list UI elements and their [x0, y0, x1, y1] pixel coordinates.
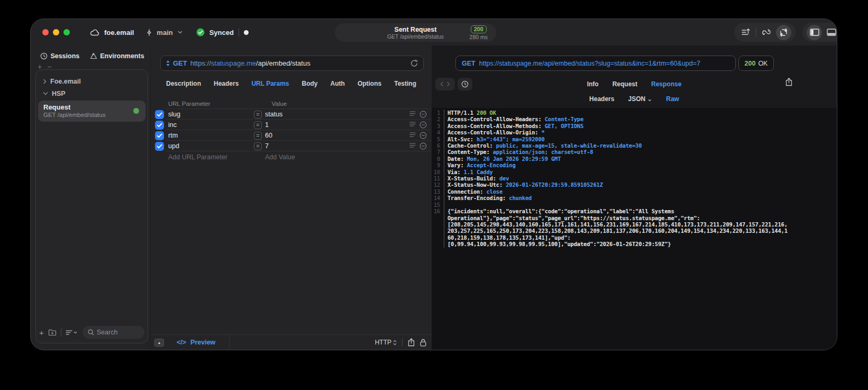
line-number: 3 [432, 123, 444, 129]
footer-divider [402, 339, 403, 346]
tab-testing[interactable]: Testing [394, 80, 416, 87]
request-url[interactable]: https://statuspage.me/api/embed/status [190, 59, 310, 67]
line-number: 8 [432, 156, 444, 162]
response-line: 2Access-Control-Allow-Headers: Content-T… [432, 116, 837, 122]
subtab-raw[interactable]: Raw [666, 95, 679, 103]
line-content: Date: Mon, 26 Jan 2026 20:29:59 GMT [444, 156, 561, 162]
reorder-handle-icon[interactable] [409, 121, 416, 129]
project-name[interactable]: foe.email [104, 29, 134, 37]
reorder-handle-icon[interactable] [409, 132, 416, 139]
response-line: 14Transfer-Encoding: chunked [432, 195, 837, 201]
remove-param-icon[interactable] [419, 121, 427, 129]
request-method[interactable]: GET [173, 59, 187, 67]
add-request-button[interactable]: + [39, 328, 44, 337]
minimize-button[interactable] [53, 29, 59, 35]
line-number: 6 [432, 142, 444, 149]
equals-operator-icon[interactable]: = [254, 132, 262, 140]
response-url-box[interactable]: GET https://statuspage.me/api/embed/stat… [455, 56, 736, 71]
remove-param-icon[interactable] [419, 111, 427, 118]
toggle-sidebar-button[interactable] [807, 25, 822, 40]
chevron-right-icon[interactable] [43, 79, 47, 84]
request-url-bar[interactable]: GET https://statuspage.me/api/embed/stat… [160, 56, 424, 71]
chevron-down-icon[interactable] [178, 31, 182, 34]
param-checkbox[interactable] [155, 121, 164, 130]
close-button[interactable] [42, 29, 49, 35]
line-number [432, 241, 444, 247]
tab-url-params[interactable]: URL Params [251, 80, 289, 87]
request-order-button[interactable] [737, 24, 754, 41]
tab-options[interactable]: Options [358, 80, 381, 87]
add-url-parameter-field[interactable]: Add URL Parameter [168, 153, 265, 161]
collapse-panel-button[interactable]: ▲ [154, 339, 164, 347]
request-panel: GET https://statuspage.me/api/embed/stat… [150, 46, 432, 350]
method-stepper-icon[interactable] [166, 60, 170, 66]
response-console[interactable]: 1HTTP/1.1 200 OK2Access-Control-Allow-He… [432, 108, 837, 350]
equals-operator-icon[interactable]: = [254, 111, 262, 119]
equals-operator-icon[interactable]: = [254, 142, 262, 150]
sent-request-pill[interactable]: Sent Request GET /api/embed/status 200 2… [335, 23, 496, 42]
param-value-field[interactable]: 1 [265, 121, 409, 129]
line-number: 11 [432, 175, 444, 182]
tab-info[interactable]: Info [587, 80, 599, 88]
toggle-bottom-panel-button[interactable] [823, 24, 837, 41]
response-line: 12X-Status-Now-Utc: 2026-01-26T20:29:59.… [432, 182, 837, 188]
sent-request-title: Sent Request [395, 26, 437, 33]
reorder-handle-icon[interactable] [409, 142, 416, 150]
param-checkbox[interactable] [155, 142, 164, 151]
tab-sessions[interactable]: Sessions [40, 52, 79, 60]
add-value-field[interactable]: Add Value [265, 153, 295, 161]
preview-button[interactable]: </> Preview [177, 339, 215, 346]
refresh-icon[interactable] [410, 59, 418, 67]
response-line: Operational"},"page":"status","page_url"… [432, 215, 837, 221]
request-list-item-selected[interactable]: Request GET /api/embed/status [38, 101, 145, 122]
export-response-icon[interactable] [785, 78, 792, 86]
param-value-field[interactable]: status [265, 111, 409, 118]
response-line: 13Connection: close [432, 188, 837, 195]
tab-request[interactable]: Request [613, 80, 637, 88]
search-input[interactable]: Search [83, 326, 144, 339]
response-url: https://statuspage.me/api/embed/status?s… [479, 60, 700, 67]
branch-name[interactable]: main [157, 29, 172, 37]
tree-item-hsp[interactable]: HSP [36, 87, 148, 99]
tab-description[interactable]: Description [166, 80, 201, 87]
param-name-field[interactable]: inc [168, 121, 254, 129]
param-name-field[interactable]: slug [168, 111, 254, 118]
chevron-down-icon[interactable] [43, 92, 48, 95]
share-icon[interactable] [408, 338, 415, 347]
preview-label: Preview [190, 339, 215, 346]
line-content: Alt-Svc: h3=":443"; ma=2592000 [444, 136, 545, 142]
tab-response[interactable]: Response [651, 80, 681, 88]
zoom-button[interactable] [63, 29, 70, 35]
remove-param-icon[interactable] [419, 142, 427, 150]
tab-environments[interactable]: Environments [90, 52, 144, 60]
remove-param-icon[interactable] [419, 132, 427, 139]
tab-auth[interactable]: Auth [331, 80, 345, 87]
sidebar: Sessions Environments + − Foe.email [35, 46, 149, 350]
tree-item-foe-email[interactable]: Foe.email [36, 75, 148, 87]
subtab-json[interactable]: JSON⌄ [628, 95, 652, 103]
protocol-selector[interactable]: HTTP [375, 339, 397, 346]
param-value-field[interactable]: 60 [265, 132, 409, 139]
titlebar-divider [239, 28, 239, 37]
lock-icon[interactable] [420, 339, 426, 347]
import-export-button[interactable] [776, 25, 791, 40]
param-checkbox[interactable] [155, 131, 164, 140]
tab-body[interactable]: Body [302, 80, 318, 87]
sort-options-button[interactable] [66, 330, 77, 335]
session-dot[interactable] [244, 30, 249, 35]
param-checkbox[interactable] [155, 110, 164, 119]
equals-operator-icon[interactable]: = [254, 121, 262, 129]
reorder-handle-icon[interactable] [409, 111, 416, 118]
sync-status[interactable]: Synced [209, 29, 234, 37]
param-name-field[interactable]: rtm [168, 132, 254, 139]
param-name-field[interactable]: upd [168, 142, 254, 150]
code-icon: </> [177, 339, 186, 346]
environments-icon [90, 52, 97, 60]
line-number [432, 234, 444, 241]
tab-headers[interactable]: Headers [214, 80, 239, 87]
param-value-field[interactable]: 7 [265, 142, 409, 150]
compare-flows-button[interactable] [758, 24, 775, 41]
subtab-headers[interactable]: Headers [589, 95, 614, 103]
history-clock-icon [40, 52, 48, 60]
new-folder-icon[interactable] [48, 329, 57, 336]
